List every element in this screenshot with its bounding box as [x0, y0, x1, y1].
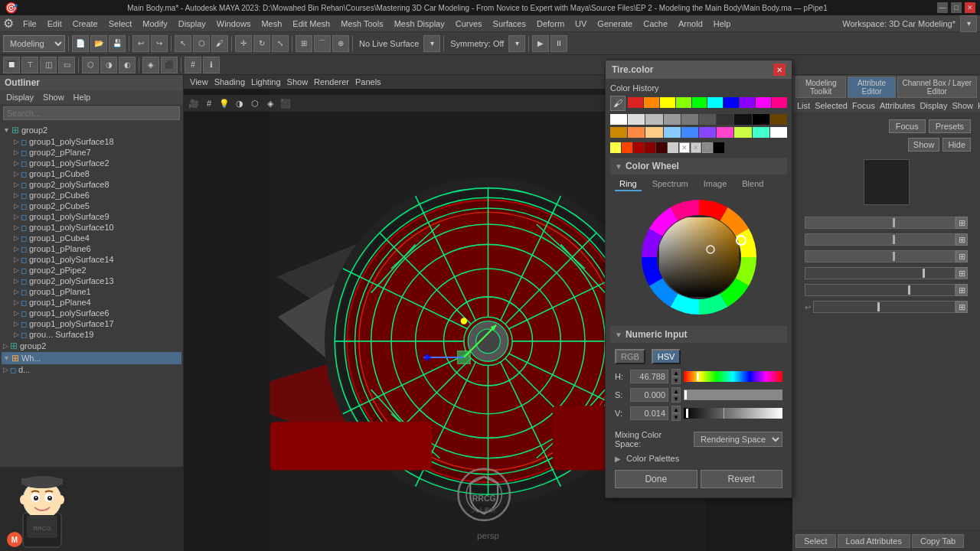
attr-slider-3[interactable]: [805, 250, 956, 262]
vp-xray-btn[interactable]: ◈: [263, 96, 277, 110]
s-input[interactable]: [630, 388, 668, 402]
h-slider[interactable]: [684, 371, 782, 382]
menu-surfaces[interactable]: Surfaces: [488, 18, 531, 30]
outliner-item-polySurface19[interactable]: ▷ ◻ grou... Surface19: [2, 329, 181, 340]
menu-uv[interactable]: UV: [570, 18, 591, 30]
snap-grid[interactable]: ⊞: [296, 35, 312, 52]
h-up-arrow[interactable]: ▲: [671, 369, 681, 377]
num-tab-rgb[interactable]: RGB: [615, 349, 645, 364]
menu-create[interactable]: Create: [68, 18, 103, 30]
vp-menu-lighting[interactable]: Lighting: [251, 77, 281, 86]
swatch-peach[interactable]: [645, 127, 662, 138]
outliner-item-polySurface2[interactable]: ▷ ◻ group1_polySurface2: [2, 158, 181, 168]
wheel-tab-blend[interactable]: Blend: [737, 178, 768, 191]
hide-button[interactable]: Hide: [942, 138, 971, 152]
swatch-x2[interactable]: ✕: [691, 142, 701, 153]
swatch-x1[interactable]: ✕: [679, 142, 690, 153]
swatch-red[interactable]: [628, 97, 643, 108]
color-palettes-row[interactable]: ▶ Color Palettes: [610, 452, 787, 465]
s-up-arrow[interactable]: ▲: [671, 387, 681, 395]
swatch-bright-yellow[interactable]: [610, 142, 621, 153]
render-preview[interactable]: ▶: [532, 35, 549, 52]
swatch-black[interactable]: [753, 114, 769, 125]
cam-top[interactable]: ⊤: [21, 57, 38, 73]
swatch-purple[interactable]: [699, 127, 716, 138]
copy-tab-button[interactable]: Copy Tab: [912, 534, 964, 548]
attr-menu-attributes[interactable]: Attributes: [880, 101, 915, 110]
open-button[interactable]: 📂: [90, 35, 107, 52]
mix-dropdown[interactable]: Rendering Space sRGB Linear: [694, 432, 782, 447]
swatch-dark-red[interactable]: [633, 142, 644, 153]
vp-wire-btn[interactable]: ⬡: [248, 96, 262, 110]
attr-slider-6[interactable]: [813, 301, 956, 313]
tab-channel-box[interactable]: Channel Box / Layer Editor: [897, 77, 977, 98]
close-button[interactable]: ✕: [965, 2, 975, 13]
outliner-item-pPlane1[interactable]: ▷ ◻ group1_pPlane1: [2, 286, 181, 297]
swatch-nearblack[interactable]: [734, 114, 751, 125]
menu-cache[interactable]: Cache: [639, 18, 672, 30]
outliner-item-polySurface8[interactable]: ▷ ◻ group2_polySurface8: [2, 179, 181, 190]
menu-modify[interactable]: Modify: [138, 18, 172, 30]
vp-menu-view[interactable]: View: [190, 77, 208, 86]
s-down-arrow[interactable]: ▼: [671, 395, 681, 403]
snap-curve[interactable]: ⌒: [314, 35, 331, 52]
select-button[interactable]: Select: [795, 534, 836, 548]
attr-slider-1[interactable]: [805, 217, 956, 229]
paint-select[interactable]: 🖌: [211, 35, 228, 52]
attr-icon-2[interactable]: ⊞: [956, 233, 968, 246]
menu-arnold[interactable]: Arnold: [674, 18, 707, 30]
swatch-orange[interactable]: [644, 97, 659, 108]
swatch-x3[interactable]: ✕: [702, 142, 713, 153]
redo-button[interactable]: ↪: [151, 35, 168, 52]
outliner-item-group2b[interactable]: ▷ ⊞ group2: [2, 340, 181, 352]
outliner-item-pPlane4[interactable]: ▷ ◻ group1_pPlane4: [2, 297, 181, 308]
swatch-violet[interactable]: [740, 97, 755, 108]
outliner-item-polySurface10[interactable]: ▷ ◻ group1_polySurface10: [2, 222, 181, 233]
brush-icon[interactable]: 🖌: [610, 96, 626, 111]
done-button[interactable]: Done: [615, 470, 697, 488]
attr-icon-5[interactable]: ⊞: [956, 284, 968, 296]
swatch-lightgray[interactable]: [628, 114, 645, 125]
v-slider[interactable]: [684, 408, 782, 419]
attr-slider-5[interactable]: [805, 284, 956, 296]
numeric-input-header[interactable]: ▼ Numeric Input: [610, 326, 787, 343]
attr-menu-focus[interactable]: Focus: [852, 101, 875, 110]
swatch-yellow[interactable]: [660, 97, 675, 108]
swatch-magenta[interactable]: [756, 97, 771, 108]
attr-menu-list[interactable]: List: [797, 101, 810, 110]
focus-button[interactable]: Focus: [889, 119, 926, 133]
vp-menu-show[interactable]: Show: [287, 77, 309, 86]
color-wheel-header[interactable]: ▼ Color Wheel: [610, 158, 787, 174]
swatch-darkgray[interactable]: [717, 114, 733, 125]
swatch-cyan[interactable]: [707, 97, 723, 108]
vp-menu-panels[interactable]: Panels: [355, 77, 381, 86]
color-wheel-svg[interactable]: [638, 196, 760, 318]
swatch-hotpink[interactable]: [717, 127, 733, 138]
tab-attribute-editor[interactable]: Attribute Editor: [848, 77, 895, 98]
heads-up-btn[interactable]: ℹ: [203, 57, 220, 73]
menu-mesh-tools[interactable]: Mesh Tools: [336, 18, 387, 30]
swatch-lime[interactable]: [676, 97, 691, 108]
menu-help[interactable]: Help: [709, 18, 736, 30]
outliner-item-polySurface6[interactable]: ▷ ◻ group1_polySurface6: [2, 308, 181, 318]
num-tab-hsv[interactable]: HSV: [652, 349, 681, 364]
outliner-item-group2[interactable]: ▼ ⊞ group2: [2, 124, 181, 136]
outliner-item-pPlane6[interactable]: ▷ ◻ group1_pPlane6: [2, 243, 181, 254]
v-input[interactable]: [630, 406, 668, 420]
swatch-pink[interactable]: [772, 97, 787, 108]
scale-tool[interactable]: ⤡: [272, 35, 289, 52]
swatch-red-orange[interactable]: [622, 142, 632, 153]
swatch-very-dark-red[interactable]: [656, 142, 667, 153]
cam-front[interactable]: ◫: [40, 57, 57, 73]
snap-point[interactable]: ⊕: [332, 35, 349, 52]
s-slider[interactable]: [684, 390, 782, 400]
attr-slider-2[interactable]: [805, 233, 956, 246]
wheel-tab-image[interactable]: Image: [699, 178, 732, 191]
wheel-tab-spectrum[interactable]: Spectrum: [648, 178, 693, 191]
outliner-item-pPlane7[interactable]: ▷ ◻ group2_pPlane7: [2, 147, 181, 158]
outliner-menu-display[interactable]: Display: [3, 92, 37, 103]
vp-cam-btn[interactable]: 🎥: [187, 96, 201, 110]
outliner-item-polySurface13[interactable]: ▷ ◻ group2_polySurface13: [2, 276, 181, 286]
swatch-white[interactable]: [610, 114, 627, 125]
swatch-turquoise[interactable]: [753, 127, 769, 138]
